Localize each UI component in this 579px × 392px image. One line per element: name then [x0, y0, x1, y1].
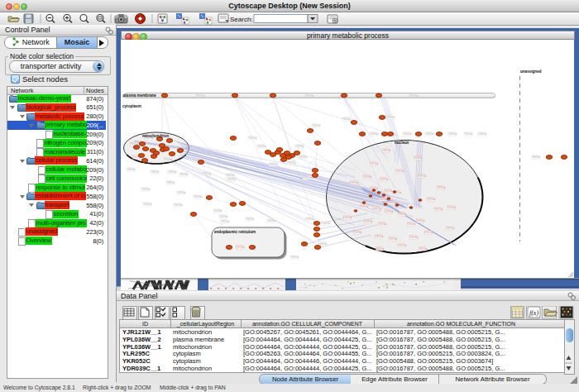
svg-text:Yfl039w: Yfl039w: [143, 203, 152, 206]
svg-text:Yfl039w: Yfl039w: [127, 168, 136, 171]
svg-text:Yfl039w: Yfl039w: [464, 132, 473, 136]
svg-text:Yfl039w: Yfl039w: [303, 176, 312, 179]
svg-text:Yfl039w: Yfl039w: [378, 222, 387, 226]
svg-text:Yfl039w: Yfl039w: [295, 145, 304, 148]
svg-text:Yfl039w: Yfl039w: [384, 189, 393, 193]
svg-text:Yfl039w: Yfl039w: [434, 208, 443, 211]
svg-text:Yfl039w: Yfl039w: [363, 175, 372, 179]
svg-text:Yfl039w: Yfl039w: [226, 174, 235, 177]
svg-text:nucleus: nucleus: [395, 141, 409, 145]
svg-text:Yfl039w: Yfl039w: [478, 132, 487, 136]
svg-text:Yfl039w: Yfl039w: [447, 206, 457, 209]
svg-text:endoplasmic reticulum: endoplasmic reticulum: [214, 230, 256, 234]
svg-text:Yfl039w: Yfl039w: [203, 172, 212, 175]
svg-text:Yfl039w: Yfl039w: [375, 235, 384, 238]
svg-text:Yfl039w: Yfl039w: [395, 170, 404, 173]
svg-text:Yfl039w: Yfl039w: [370, 162, 379, 165]
svg-text:unassigned: unassigned: [520, 69, 542, 74]
svg-text:Yfl039w: Yfl039w: [299, 155, 308, 159]
svg-text:Yfl039w: Yfl039w: [166, 181, 175, 184]
svg-text:Yfl039w: Yfl039w: [386, 116, 395, 119]
svg-text:Yfl039w: Yfl039w: [382, 149, 391, 152]
svg-text:Yfl039w: Yfl039w: [177, 191, 186, 194]
svg-text:Yfl039w: Yfl039w: [350, 181, 359, 184]
svg-text:Yfl039w: Yfl039w: [246, 218, 255, 221]
svg-text:Yfl039w: Yfl039w: [221, 220, 230, 223]
svg-text:Yfl039w: Yfl039w: [448, 132, 457, 136]
svg-text:Yfl039w: Yfl039w: [213, 209, 223, 213]
svg-text:Yfl039w: Yfl039w: [236, 246, 245, 249]
svg-text:Yfl039w: Yfl039w: [427, 198, 436, 201]
svg-text:Yfl039w: Yfl039w: [227, 178, 237, 181]
svg-text:Yfl039w: Yfl039w: [407, 222, 416, 226]
svg-text:Yfl039w: Yfl039w: [419, 247, 428, 251]
svg-text:Yfl039w: Yfl039w: [398, 213, 407, 216]
svg-text:Yfl039w: Yfl039w: [446, 227, 455, 230]
svg-text:Yfl039w: Yfl039w: [388, 201, 397, 204]
svg-text:plasma membrane: plasma membrane: [123, 93, 157, 98]
svg-text:mitochondrion: mitochondrion: [142, 134, 169, 138]
svg-text:Yfl039w: Yfl039w: [179, 173, 189, 176]
svg-text:Yfl039w: Yfl039w: [437, 186, 446, 189]
svg-text:Yfl039w: Yfl039w: [312, 124, 321, 127]
svg-text:Yfl039w: Yfl039w: [257, 145, 266, 148]
svg-text:f(x): f(x): [529, 309, 538, 317]
svg-text:Yfl039w: Yfl039w: [389, 237, 398, 241]
svg-text:Yfl039w: Yfl039w: [379, 198, 388, 201]
svg-text:Yfl039w: Yfl039w: [164, 158, 173, 161]
svg-text:Yfl039w: Yfl039w: [380, 178, 389, 181]
svg-text:Yfl039w: Yfl039w: [305, 94, 314, 98]
svg-text:Yfl039w: Yfl039w: [425, 132, 434, 136]
svg-text:Yfl039w: Yfl039w: [416, 219, 425, 222]
svg-text:Yfl039w: Yfl039w: [219, 215, 228, 218]
svg-text:Yfl039w: Yfl039w: [151, 170, 160, 174]
svg-text:Yfl039w: Yfl039w: [353, 231, 362, 234]
svg-text:Yfl039w: Yfl039w: [376, 247, 385, 251]
svg-text:Yfl039w: Yfl039w: [424, 231, 433, 234]
svg-text:Yfl039w: Yfl039w: [532, 155, 541, 159]
svg-text:Yfl039w: Yfl039w: [194, 195, 203, 198]
svg-text:Yfl039w: Yfl039w: [370, 132, 379, 136]
svg-text:Yfl039w: Yfl039w: [267, 219, 276, 222]
svg-text:Yfl039w: Yfl039w: [269, 163, 278, 166]
svg-text:Yfl039w: Yfl039w: [343, 216, 352, 219]
svg-text:Yfl039w: Yfl039w: [287, 161, 296, 165]
svg-text:cytoplasm: cytoplasm: [122, 104, 141, 108]
svg-text:Yfl039w: Yfl039w: [418, 174, 427, 178]
svg-text:Yfl039w: Yfl039w: [373, 208, 382, 211]
svg-text:Yfl039w: Yfl039w: [403, 132, 412, 136]
svg-text:Yfl039w: Yfl039w: [168, 170, 177, 174]
svg-text:Yfl039w: Yfl039w: [385, 210, 394, 213]
svg-text:Yfl039w: Yfl039w: [342, 117, 352, 121]
svg-text:Yfl039w: Yfl039w: [322, 222, 331, 225]
svg-text:Yfl039w: Yfl039w: [360, 205, 369, 208]
svg-text:Yfl039w: Yfl039w: [414, 156, 423, 160]
svg-text:Yfl039w: Yfl039w: [364, 220, 373, 223]
svg-text:Yfl039w: Yfl039w: [174, 203, 183, 207]
svg-text:Yfl039w: Yfl039w: [290, 256, 299, 259]
svg-text:Search:: Search:: [230, 16, 253, 23]
svg-text:Yfl039w: Yfl039w: [318, 242, 328, 246]
svg-text:Yfl039w: Yfl039w: [409, 94, 419, 98]
svg-text:Yfl039w: Yfl039w: [306, 218, 315, 221]
svg-text:Yfl039w: Yfl039w: [141, 188, 151, 191]
svg-text:Yfl039w: Yfl039w: [409, 236, 419, 239]
svg-text:Yfl039w: Yfl039w: [248, 136, 257, 140]
svg-text:Yfl039w: Yfl039w: [398, 244, 407, 247]
svg-text:Yfl039w: Yfl039w: [196, 94, 205, 98]
